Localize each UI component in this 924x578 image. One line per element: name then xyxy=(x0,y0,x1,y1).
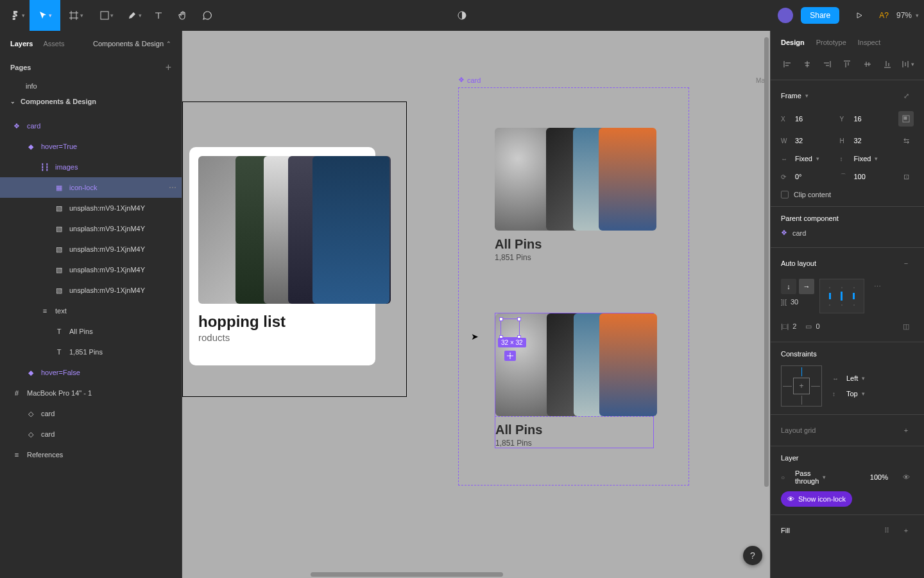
constraint-v-select[interactable]: Top xyxy=(846,390,858,398)
resize-to-fit-icon[interactable]: ⤢ xyxy=(898,88,914,103)
w-input[interactable]: 32 xyxy=(795,137,821,144)
card-instance-default[interactable]: 32 × 32 All Pins 1,851 Pins xyxy=(495,313,654,448)
layer-img2[interactable]: ▧unsplash:mV9-1XjnM4Y xyxy=(0,218,182,239)
h-input[interactable]: 32 xyxy=(854,137,880,144)
layer-images[interactable]: ┇┇images xyxy=(0,157,182,177)
theme-icon[interactable] xyxy=(450,0,474,31)
frame-label[interactable]: Frame xyxy=(781,92,801,100)
comment-tool[interactable] xyxy=(195,0,219,31)
layer-inst-card2[interactable]: ◇card xyxy=(0,424,182,444)
selection-box[interactable] xyxy=(501,319,520,338)
y-input[interactable]: 16 xyxy=(854,115,880,123)
align-bottom-icon[interactable] xyxy=(878,57,896,72)
blend-mode-select[interactable]: Pass through xyxy=(795,469,819,485)
layer-pins-count[interactable]: T1,851 Pins xyxy=(0,342,182,362)
page-current[interactable]: ⌄Components & Design xyxy=(0,94,182,109)
layer-icon-lock[interactable]: ▦icon-lock⋯ xyxy=(0,177,182,198)
vresize-select[interactable]: Fixed xyxy=(854,155,871,162)
scrollbar-horizontal[interactable] xyxy=(311,572,503,577)
padding-expand-icon[interactable]: ◫ xyxy=(898,319,914,334)
constraints-box[interactable]: + xyxy=(781,365,822,407)
visibility-toggle-icon[interactable]: 👁 xyxy=(898,469,914,485)
layer-label: text xyxy=(55,307,67,315)
layer-text[interactable]: ≡text xyxy=(0,301,182,321)
clip-content-row[interactable]: Clip content xyxy=(781,191,914,198)
avatar[interactable] xyxy=(778,8,793,23)
show-icon-lock-button[interactable]: 👁Show icon-lock xyxy=(781,491,852,507)
layer-img4[interactable]: ▧unsplash:mV9-1XjnM4Y xyxy=(0,259,182,280)
text-tool[interactable] xyxy=(146,0,171,31)
add-page-button[interactable]: + xyxy=(166,62,171,73)
constrain-proportions-icon[interactable]: ⇆ xyxy=(898,133,914,148)
radius-input[interactable]: 100 xyxy=(854,173,880,180)
fill-styles-icon[interactable]: ⠿ xyxy=(879,523,894,538)
x-input[interactable]: 16 xyxy=(795,115,821,123)
corner-radius-icon[interactable]: ⊡ xyxy=(898,169,914,184)
align-top-icon[interactable] xyxy=(839,57,856,72)
align-vcenter-icon[interactable] xyxy=(859,57,876,72)
add-grid-icon[interactable]: + xyxy=(898,423,914,438)
canvas-frame-main[interactable]: hopping list roducts xyxy=(182,101,407,397)
layer-img5[interactable]: ▧unsplash:mV9-1XjnM4Y xyxy=(0,280,182,301)
layer-inst-card1[interactable]: ◇card xyxy=(0,403,182,424)
alignment-box[interactable] xyxy=(819,279,864,313)
layer-img1[interactable]: ▧unsplash:mV9-1XjnM4Y xyxy=(0,198,182,218)
distribute-icon[interactable]: ▾ xyxy=(899,57,916,72)
main-menu-button[interactable]: ▾ xyxy=(5,0,30,31)
rotation-input[interactable]: 0° xyxy=(795,173,821,180)
pages-header[interactable]: Pages + xyxy=(0,57,182,78)
align-right-icon[interactable] xyxy=(819,57,836,72)
vpad-input[interactable]: 0 xyxy=(816,322,819,330)
card-instance-hover[interactable]: All Pins 1,851 Pins xyxy=(495,128,654,262)
component-area[interactable]: All Pins 1,851 Pins 32 × 32 All Pins 1,8… xyxy=(458,87,689,486)
frame-tool[interactable]: ▾ xyxy=(60,0,91,31)
scrollbar-vertical[interactable] xyxy=(764,37,769,487)
help-button[interactable]: ? xyxy=(743,546,762,565)
direction-vertical[interactable]: ↓ xyxy=(781,279,796,294)
present-button[interactable] xyxy=(847,0,871,31)
resize-handle[interactable] xyxy=(499,317,503,321)
tab-prototype[interactable]: Prototype xyxy=(816,39,846,46)
parent-component-link[interactable]: ❖card xyxy=(781,226,914,240)
hresize-select[interactable]: Fixed xyxy=(795,155,812,162)
pen-tool[interactable]: ▾ xyxy=(122,0,146,31)
align-hcenter-icon[interactable] xyxy=(798,57,816,72)
hpad-input[interactable]: 2 xyxy=(792,322,796,330)
clip-checkbox[interactable] xyxy=(781,191,789,198)
remove-autolayout-icon[interactable]: − xyxy=(898,256,914,271)
share-button[interactable]: Share xyxy=(801,7,839,24)
hand-tool[interactable] xyxy=(171,0,195,31)
missing-fonts-icon[interactable]: A? xyxy=(879,11,889,20)
parent-component-label: Parent component xyxy=(781,215,839,222)
autolayout-more-icon[interactable]: ⋯ xyxy=(869,279,885,294)
tab-inspect[interactable]: Inspect xyxy=(858,39,880,46)
layer-references[interactable]: ≡References xyxy=(0,444,182,465)
layer-all-pins[interactable]: TAll Pins xyxy=(0,321,182,342)
layer-hover-false[interactable]: ◆hover=False xyxy=(0,362,182,383)
tab-layers[interactable]: Layers xyxy=(10,40,33,48)
tab-design[interactable]: Design xyxy=(781,39,805,46)
shape-tool[interactable]: ▾ xyxy=(91,0,122,31)
visibility-icon[interactable]: ⋯ xyxy=(169,183,176,192)
constraint-h-select[interactable]: Left xyxy=(846,374,858,382)
resize-handle[interactable] xyxy=(517,317,521,321)
canvas[interactable]: Mac hopping list roducts ❖ card All Pins xyxy=(182,31,770,578)
add-fill-icon[interactable]: + xyxy=(898,523,914,538)
opacity-input[interactable]: 100% xyxy=(870,473,888,481)
file-menu[interactable]: Components & Design⌃ xyxy=(93,40,171,48)
layer-label: References xyxy=(27,451,63,459)
direction-horizontal[interactable]: → xyxy=(799,279,814,294)
tab-assets[interactable]: Assets xyxy=(43,40,64,48)
move-tool[interactable]: ▾ xyxy=(30,0,60,31)
gap-input[interactable]: 30 xyxy=(791,298,798,306)
absolute-position-icon[interactable] xyxy=(504,351,516,361)
zoom-control[interactable]: 97%▾ xyxy=(896,11,919,20)
page-info[interactable]: info xyxy=(0,78,182,94)
absolute-position-toggle[interactable] xyxy=(898,111,914,127)
layer-img3[interactable]: ▧unsplash:mV9-1XjnM4Y xyxy=(0,239,182,259)
layer-hover-true[interactable]: ◆hover=True xyxy=(0,136,182,157)
layer-macbook[interactable]: #MacBook Pro 14" - 1 xyxy=(0,383,182,403)
component-label[interactable]: ❖ card xyxy=(458,76,481,84)
align-left-icon[interactable] xyxy=(778,57,796,72)
layer-card[interactable]: ❖card xyxy=(0,116,182,136)
